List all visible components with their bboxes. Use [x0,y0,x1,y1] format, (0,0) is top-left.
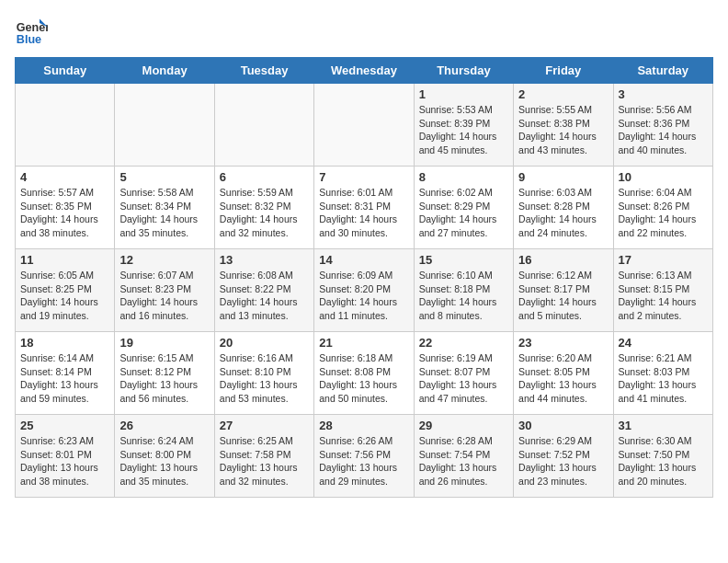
day-info: Sunrise: 6:26 AMSunset: 7:56 PMDaylight:… [319,434,408,488]
day-number: 21 [319,336,408,350]
dow-header: Sunday [16,58,115,84]
day-info: Sunrise: 5:58 AMSunset: 8:34 PMDaylight:… [119,186,209,240]
day-number: 30 [518,419,608,432]
day-number: 22 [419,336,508,350]
calendar-cell: 24Sunrise: 6:21 AMSunset: 8:03 PMDayligh… [613,332,712,415]
dow-header: Monday [115,58,214,84]
day-number: 3 [619,87,708,101]
calendar-cell: 31Sunrise: 6:30 AMSunset: 7:50 PMDayligh… [613,415,712,498]
day-info: Sunrise: 6:05 AMSunset: 8:25 PMDaylight:… [20,269,109,323]
dow-header: Tuesday [214,58,313,84]
calendar-cell: 14Sunrise: 6:09 AMSunset: 8:20 PMDayligh… [314,249,414,332]
dow-header: Saturday [613,58,712,84]
day-number: 6 [220,170,309,184]
calendar-cell: 18Sunrise: 6:14 AMSunset: 8:14 PMDayligh… [16,332,115,415]
day-info: Sunrise: 5:56 AMSunset: 8:36 PMDaylight:… [619,103,708,157]
day-info: Sunrise: 6:19 AMSunset: 8:07 PMDaylight:… [419,351,508,406]
day-info: Sunrise: 6:02 AMSunset: 8:29 PMDaylight:… [419,186,508,240]
day-info: Sunrise: 6:28 AMSunset: 7:54 PMDaylight:… [419,434,508,488]
day-info: Sunrise: 6:13 AMSunset: 8:15 PMDaylight:… [619,269,708,323]
day-number: 23 [518,336,608,350]
page-header: General Blue [15,15,713,48]
day-info: Sunrise: 6:25 AMSunset: 7:58 PMDaylight:… [220,434,309,488]
day-number: 15 [419,253,508,267]
calendar-cell: 16Sunrise: 6:12 AMSunset: 8:17 PMDayligh… [514,249,613,332]
day-number: 16 [518,253,608,267]
calendar-cell: 8Sunrise: 6:02 AMSunset: 8:29 PMDaylight… [414,167,513,249]
day-number: 28 [319,419,408,432]
calendar-cell: 26Sunrise: 6:24 AMSunset: 8:00 PMDayligh… [115,415,214,498]
calendar-cell: 30Sunrise: 6:29 AMSunset: 7:52 PMDayligh… [514,415,613,498]
day-number: 2 [518,87,608,101]
day-info: Sunrise: 6:18 AMSunset: 8:08 PMDaylight:… [319,351,408,406]
day-number: 13 [220,253,309,267]
calendar-cell [214,84,313,167]
day-number: 5 [119,170,209,184]
calendar-cell: 22Sunrise: 6:19 AMSunset: 8:07 PMDayligh… [414,332,513,415]
day-info: Sunrise: 6:04 AMSunset: 8:26 PMDaylight:… [619,186,708,240]
calendar-cell: 10Sunrise: 6:04 AMSunset: 8:26 PMDayligh… [613,167,712,249]
day-info: Sunrise: 5:59 AMSunset: 8:32 PMDaylight:… [220,186,309,240]
day-number: 31 [619,419,708,432]
day-number: 29 [419,419,508,432]
day-info: Sunrise: 5:55 AMSunset: 8:38 PMDaylight:… [518,103,608,157]
dow-header: Friday [514,58,613,84]
logo-icon: General Blue [15,15,48,48]
day-number: 24 [619,336,708,350]
day-number: 1 [419,87,508,101]
calendar-cell: 9Sunrise: 6:03 AMSunset: 8:28 PMDaylight… [514,167,613,249]
calendar-cell: 5Sunrise: 5:58 AMSunset: 8:34 PMDaylight… [115,167,214,249]
calendar-cell: 28Sunrise: 6:26 AMSunset: 7:56 PMDayligh… [314,415,414,498]
day-info: Sunrise: 6:12 AMSunset: 8:17 PMDaylight:… [518,269,608,323]
dow-header: Thursday [414,58,513,84]
day-number: 9 [518,170,608,184]
calendar-cell: 11Sunrise: 6:05 AMSunset: 8:25 PMDayligh… [16,249,115,332]
dow-header: Wednesday [314,58,414,84]
calendar-cell: 2Sunrise: 5:55 AMSunset: 8:38 PMDaylight… [514,84,613,167]
calendar-header: SundayMondayTuesdayWednesdayThursdayFrid… [16,58,713,84]
day-info: Sunrise: 6:14 AMSunset: 8:14 PMDaylight:… [20,351,109,406]
calendar-cell: 17Sunrise: 6:13 AMSunset: 8:15 PMDayligh… [613,249,712,332]
calendar-table: SundayMondayTuesdayWednesdayThursdayFrid… [15,57,713,498]
day-info: Sunrise: 6:01 AMSunset: 8:31 PMDaylight:… [319,186,408,240]
day-info: Sunrise: 6:16 AMSunset: 8:10 PMDaylight:… [220,351,309,406]
day-info: Sunrise: 6:15 AMSunset: 8:12 PMDaylight:… [119,351,209,406]
day-info: Sunrise: 6:03 AMSunset: 8:28 PMDaylight:… [518,186,608,240]
day-info: Sunrise: 6:07 AMSunset: 8:23 PMDaylight:… [119,269,209,323]
calendar-cell: 29Sunrise: 6:28 AMSunset: 7:54 PMDayligh… [414,415,513,498]
calendar-cell: 6Sunrise: 5:59 AMSunset: 8:32 PMDaylight… [214,167,313,249]
day-number: 10 [619,170,708,184]
calendar-cell: 25Sunrise: 6:23 AMSunset: 8:01 PMDayligh… [16,415,115,498]
day-number: 17 [619,253,708,267]
day-info: Sunrise: 6:20 AMSunset: 8:05 PMDaylight:… [518,351,608,406]
day-info: Sunrise: 6:30 AMSunset: 7:50 PMDaylight:… [619,434,708,488]
day-number: 27 [220,419,309,432]
day-number: 7 [319,170,408,184]
calendar-cell: 15Sunrise: 6:10 AMSunset: 8:18 PMDayligh… [414,249,513,332]
calendar-cell: 12Sunrise: 6:07 AMSunset: 8:23 PMDayligh… [115,249,214,332]
day-info: Sunrise: 6:29 AMSunset: 7:52 PMDaylight:… [518,434,608,488]
day-number: 26 [119,419,209,432]
day-number: 18 [20,336,109,350]
day-info: Sunrise: 6:08 AMSunset: 8:22 PMDaylight:… [220,269,309,323]
calendar-cell: 3Sunrise: 5:56 AMSunset: 8:36 PMDaylight… [613,84,712,167]
calendar-cell: 13Sunrise: 6:08 AMSunset: 8:22 PMDayligh… [214,249,313,332]
day-info: Sunrise: 6:24 AMSunset: 8:00 PMDaylight:… [119,434,209,488]
day-info: Sunrise: 6:09 AMSunset: 8:20 PMDaylight:… [319,269,408,323]
day-number: 8 [419,170,508,184]
calendar-cell [115,84,214,167]
day-number: 25 [20,419,109,432]
calendar-cell: 21Sunrise: 6:18 AMSunset: 8:08 PMDayligh… [314,332,414,415]
day-info: Sunrise: 6:23 AMSunset: 8:01 PMDaylight:… [20,434,109,488]
day-info: Sunrise: 5:53 AMSunset: 8:39 PMDaylight:… [419,103,508,157]
calendar-cell: 4Sunrise: 5:57 AMSunset: 8:35 PMDaylight… [16,167,115,249]
calendar-cell: 27Sunrise: 6:25 AMSunset: 7:58 PMDayligh… [214,415,313,498]
day-info: Sunrise: 6:10 AMSunset: 8:18 PMDaylight:… [419,269,508,323]
day-info: Sunrise: 6:21 AMSunset: 8:03 PMDaylight:… [619,351,708,406]
svg-text:Blue: Blue [17,33,41,46]
day-number: 12 [119,253,209,267]
calendar-cell: 7Sunrise: 6:01 AMSunset: 8:31 PMDaylight… [314,167,414,249]
calendar-cell [314,84,414,167]
calendar-cell: 20Sunrise: 6:16 AMSunset: 8:10 PMDayligh… [214,332,313,415]
day-number: 11 [20,253,109,267]
